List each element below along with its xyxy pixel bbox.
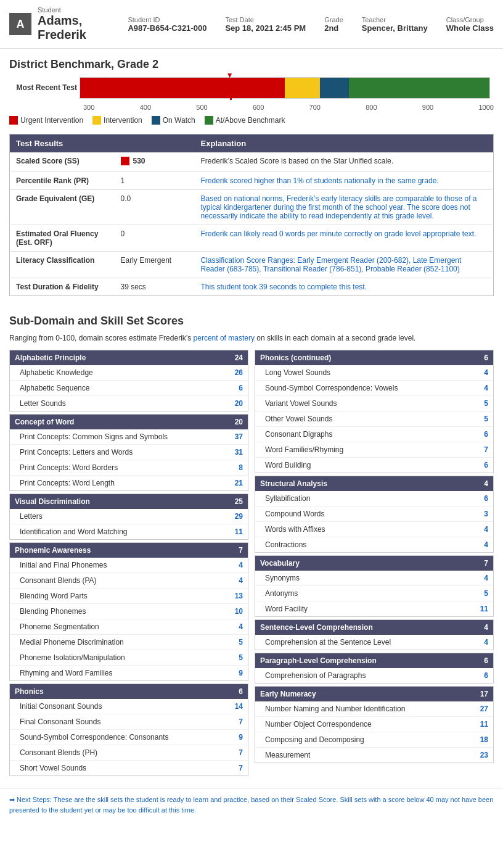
skill-row: Variant Vowel Sounds5 [255,396,493,411]
skill-score: 4 [227,576,243,585]
skill-score: 4 [473,384,488,392]
skill-score: 14 [227,702,243,711]
domain-header: Vocabulary7 [255,556,493,571]
skill-row: Short Vowel Sounds7 [10,761,248,775]
result-explain: Classification Score Ranges: Early Emerg… [195,252,494,278]
header-field: Test DateSep 18, 2021 2:45 PM [225,16,306,33]
result-value: 1 [115,172,195,190]
domain-name: Phonics [15,687,44,696]
legend-item: Urgent Intervention [9,116,83,125]
skill-name: Long Vowel Sounds [265,368,473,377]
header-field-value: Sep 18, 2021 2:45 PM [225,23,306,33]
skills-col-right: Phonics (continued)6Long Vowel Sounds4So… [255,350,494,779]
skill-row: Antonyms5 [255,586,493,601]
skill-name: Alphabetic Sequence [20,384,227,392]
bar-onwatch [320,78,349,98]
scale-label: 1000 [478,104,493,111]
skill-score: 11 [227,527,243,536]
domain-header: Structural Analysis4 [255,476,493,491]
skill-score: 23 [473,751,488,759]
domain-block: Phonemic Awareness7Initial and Final Pho… [9,542,248,681]
legend-item: Intervention [92,116,142,125]
table-row: Percentile Rank (PR) 1 Frederik scored h… [10,172,494,190]
result-value: 0.0 [115,190,195,225]
domain-name: Vocabulary [260,559,300,568]
domain-header: Sentence-Level Comprehension4 [255,620,493,635]
table-row: Scaled Score (SS) 530 Frederik’s Scaled … [10,152,494,172]
domain-header: Alphabetic Principle24 [10,350,248,365]
legend-color [152,116,160,125]
skill-name: Consonant Blends (PA) [20,576,227,585]
skill-score: 7 [227,764,243,772]
skill-score: 6 [473,461,488,469]
domain-score: 6 [484,353,488,362]
col-header-explain: Explanation [195,134,494,153]
skill-name: Phoneme Isolation/Manipulation [20,653,227,662]
legend-label: At/Above Benchmark [216,116,285,125]
skill-name: Print Concepts: Word Length [20,479,227,487]
skill-score: 10 [227,607,243,616]
chart-label: Most Recent Test [9,83,77,93]
skill-row: Consonant Blends (PH)7 [10,745,248,761]
skill-score: 6 [227,384,243,392]
domain-block: Early Numeracy17Number Naming and Number… [255,686,494,763]
skill-row: Consonant Blends (PA)4 [10,573,248,589]
skill-score: 7 [473,445,488,454]
legend-label: Urgent Intervention [20,116,83,125]
skill-name: Print Concepts: Letters and Words [20,448,227,457]
skill-row: Word Building6 [255,458,493,473]
legend-label: Intervention [104,116,142,125]
domain-header: Visual Discrimination25 [10,494,248,509]
domain-header: Phonics6 [10,684,248,699]
results-table: Test Results Explanation Scaled Score (S… [9,134,494,296]
skill-score: 5 [227,638,243,647]
skill-name: Final Consonant Sounds [20,717,227,726]
skill-score: 18 [473,735,488,744]
skill-score: 6 [473,671,488,680]
domain-score: 7 [484,559,488,568]
skill-name: Word Families/Rhyming [265,445,473,454]
result-value: 530 [115,152,195,172]
domain-score: 25 [235,497,243,506]
skill-score: 3 [473,510,488,518]
domain-block: Vocabulary7Synonyms4Antonyms5Word Facili… [255,555,494,617]
skill-row: Word Facility11 [255,601,493,616]
header-fields: Student IDA987-B654-C321-000Test DateSep… [128,16,494,33]
skill-row: Other Vowel Sounds5 [255,411,493,427]
chart-bar-area [80,77,490,99]
domain-header: Paragraph-Level Comprehension6 [255,653,493,668]
result-value: 0 [115,225,195,252]
skill-score: 7 [227,717,243,726]
domain-score: 4 [484,623,488,632]
skill-score: 4 [227,622,243,631]
result-metric: Test Duration & Fidelity [10,278,115,296]
domain-block: Phonics (continued)6Long Vowel Sounds4So… [255,350,494,473]
skill-row: Contractions4 [255,537,493,552]
skill-score: 11 [473,605,488,613]
bar-intervention [285,78,320,98]
skill-score: 4 [473,638,488,647]
domain-header: Phonemic Awareness7 [10,543,248,558]
domain-name: Concept of Word [15,418,74,426]
legend: Urgent InterventionInterventionOn WatchA… [9,116,494,125]
footer-note: Next Steps: These are the skill sets the… [0,788,503,821]
header-field-value: 2nd [324,23,343,33]
result-metric: Literacy Classification [10,252,115,278]
skill-score: 5 [473,589,488,598]
skill-row: Print Concepts: Word Borders8 [10,460,248,476]
skill-row: Consonant Digraphs6 [255,427,493,442]
domain-name: Phonemic Awareness [15,546,91,555]
result-explain: Based on national norms, Frederik’s earl… [195,190,494,225]
legend-item: On Watch [152,116,195,125]
skill-name: Measurement [265,751,473,759]
skill-row: Alphabetic Knowledge26 [10,365,248,381]
avatar: A [9,13,31,35]
header-field: Class/GroupWhole Class [446,16,494,33]
domain-block: Alphabetic Principle24Alphabetic Knowled… [9,350,248,411]
skill-row: Alphabetic Sequence6 [10,381,248,396]
skill-row: Phoneme Segmentation4 [10,619,248,635]
skill-row: Synonyms4 [255,571,493,586]
skill-row: Medial Phoneme Discrimination5 [10,635,248,650]
skill-row: Blending Phonemes10 [10,604,248,619]
skill-row: Sound-Symbol Correspondence: Vowels4 [255,381,493,396]
